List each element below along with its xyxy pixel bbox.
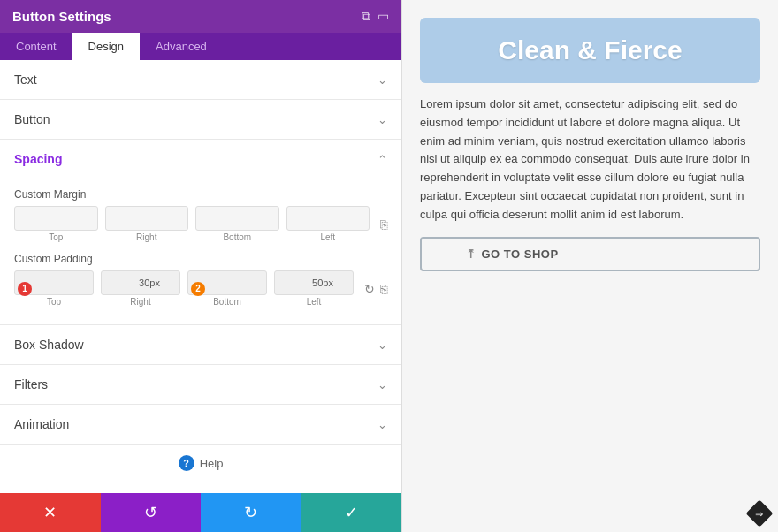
panel-title: Button Settings: [12, 9, 111, 24]
margin-left-group: Left: [286, 206, 370, 242]
margin-inputs: Top Right Bottom Left ⎘: [14, 206, 387, 242]
margin-bottom-input[interactable]: [195, 206, 279, 231]
chevron-down-icon: ⌄: [378, 73, 387, 87]
tab-design[interactable]: Design: [72, 33, 140, 60]
padding-left-group: Left: [274, 270, 354, 307]
margin-left-input[interactable]: [286, 206, 370, 231]
chevron-down-icon: ⌄: [378, 113, 387, 126]
chevron-down-icon: ⌄: [378, 338, 387, 352]
margin-top-label: Top: [49, 232, 63, 242]
section-animation[interactable]: Animation ⌄: [0, 405, 401, 445]
padding-icons-row: ↻ ⎘: [364, 282, 387, 296]
section-text[interactable]: Text ⌄: [0, 60, 401, 100]
panel-content: Text ⌄ Button ⌄ Spacing ⌃ Custom Margin …: [0, 60, 401, 493]
section-filters-label: Filters: [14, 377, 48, 391]
tab-content[interactable]: Content: [0, 33, 72, 60]
padding-inputs: 1 Top Right 2 Bottom L: [14, 270, 387, 307]
custom-margin-label: Custom Margin: [14, 188, 387, 201]
corner-resize-icon: ⇗: [745, 499, 773, 527]
help-section[interactable]: ? Help: [0, 445, 401, 482]
chevron-down-icon: ⌄: [378, 418, 387, 431]
section-button[interactable]: Button ⌄: [0, 100, 401, 140]
columns-icon[interactable]: ▭: [378, 9, 389, 24]
badge-1: 1: [18, 282, 32, 296]
section-filters[interactable]: Filters ⌄: [0, 365, 401, 405]
cursor-icon: ⤒: [466, 247, 477, 261]
chevron-up-icon: ⌃: [378, 153, 387, 166]
margin-bottom-label: Bottom: [223, 232, 251, 242]
undo-button[interactable]: ↺: [101, 493, 202, 532]
help-label: Help: [200, 457, 224, 470]
padding-bottom-label: Bottom: [213, 297, 241, 307]
section-spacing[interactable]: Spacing ⌃: [0, 140, 401, 179]
padding-right-label: Right: [130, 297, 150, 307]
action-bar: ✕ ↺ ↻ ✓: [0, 493, 401, 532]
panel-tabs: Content Design Advanced: [0, 33, 401, 60]
padding-bottom-group: 2 Bottom: [187, 270, 267, 307]
padding-top-group: 1 Top: [14, 270, 94, 307]
reset-icon[interactable]: ↻: [364, 282, 375, 296]
redo-button[interactable]: ↻: [201, 493, 301, 532]
padding-top-label: Top: [47, 297, 61, 307]
padding-left-input[interactable]: [274, 270, 354, 295]
margin-top-group: Top: [14, 206, 98, 242]
left-panel: Button Settings ⧉ ▭ Content Design Advan…: [0, 0, 402, 532]
chevron-down-icon: ⌄: [378, 378, 387, 391]
padding-right-input[interactable]: [101, 270, 180, 295]
check-button[interactable]: ✓: [301, 493, 402, 532]
section-button-label: Button: [14, 112, 50, 126]
panel-header: Button Settings ⧉ ▭: [0, 0, 401, 33]
section-box-shadow-label: Box Shadow: [14, 338, 84, 352]
margin-right-label: Right: [136, 232, 156, 242]
right-panel: Clean & Fierce Lorem ipsum dolor sit ame…: [402, 0, 778, 532]
section-animation-label: Animation: [14, 417, 69, 431]
padding-right-group: Right: [101, 270, 180, 307]
padding-section: Custom Padding 1 Top Right 2 Bottom: [14, 253, 387, 307]
section-text-label: Text: [14, 72, 37, 87]
section-spacing-label: Spacing: [14, 152, 62, 166]
panel-header-icons: ⧉ ▭: [362, 9, 389, 24]
margin-left-label: Left: [320, 232, 335, 242]
section-box-shadow[interactable]: Box Shadow ⌄: [0, 325, 401, 365]
goto-shop-label: GO TO SHOP: [482, 247, 559, 261]
goto-shop-button[interactable]: ⤒ GO TO SHOP: [420, 237, 760, 271]
expand-icon[interactable]: ⧉: [362, 9, 370, 24]
custom-padding-label: Custom Padding: [14, 253, 387, 265]
body-text: Lorem ipsum dolor sit amet, consectetur …: [420, 95, 760, 224]
margin-top-input[interactable]: [14, 206, 98, 231]
mobile-margin-icon[interactable]: ⎘: [380, 217, 387, 232]
help-icon: ?: [179, 455, 194, 471]
mobile-padding-icon[interactable]: ⎘: [380, 282, 387, 296]
tab-advanced[interactable]: Advanced: [140, 33, 223, 60]
spacing-content: Custom Margin Top Right Bottom Left: [0, 179, 401, 325]
badge-2: 2: [191, 282, 205, 296]
margin-right-input[interactable]: [105, 206, 189, 231]
close-button[interactable]: ✕: [0, 493, 101, 532]
padding-left-label: Left: [307, 297, 322, 307]
margin-right-group: Right: [105, 206, 189, 242]
hero-title: Clean & Fierce: [498, 35, 682, 65]
hero-banner: Clean & Fierce: [420, 18, 760, 83]
margin-bottom-group: Bottom: [195, 206, 279, 242]
